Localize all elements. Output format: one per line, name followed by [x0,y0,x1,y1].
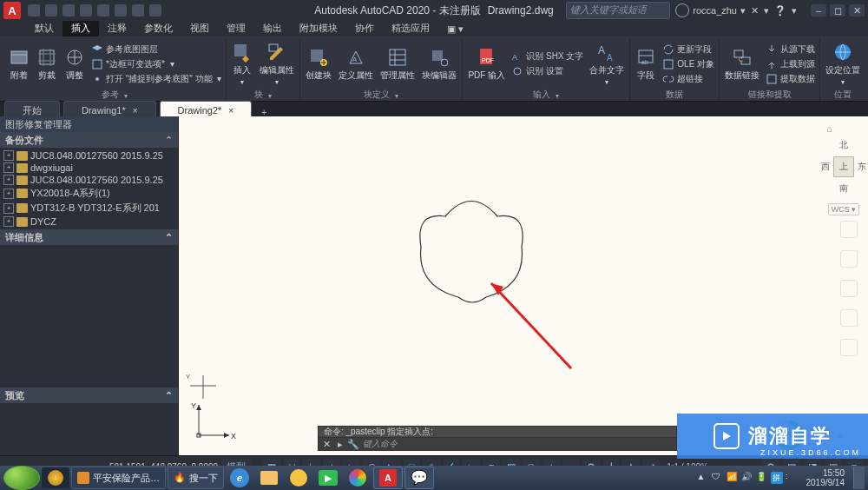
command-input[interactable]: 键入命令 [363,438,398,450]
zoom-extents-icon[interactable] [840,280,858,297]
define-attrib-button[interactable]: A定义属性 [336,45,376,83]
qat-saveas-icon[interactable] [80,4,92,17]
qat-new-icon[interactable] [28,4,40,17]
shx-recognize-button[interactable]: A识别 SHX 文字 [510,50,585,63]
help-search-input[interactable]: 键入关键字或短语 [566,2,670,19]
tray-ime-icon[interactable]: 拼 [771,472,783,484]
tab-featured[interactable]: 精选应用 [383,20,438,36]
tree-item[interactable]: +JUC8.048.00127560 2015.9.25 [0,174,178,186]
clock[interactable]: 15:50 2019/9/14 [806,468,845,487]
manage-attrib-button[interactable]: 管理属性 [378,45,418,83]
close-icon[interactable]: × [228,106,233,116]
tray-shield-icon[interactable]: 🛡 [712,472,724,484]
taskbar-autocad-icon[interactable]: A [373,467,403,489]
details-header[interactable]: 详细信息 [5,231,43,244]
tree-item[interactable]: +dwgxiugai [0,162,178,174]
taskbar-explorer-icon[interactable] [255,467,283,488]
show-motion-icon[interactable] [840,339,858,356]
block-editor-button[interactable]: 块编辑器 [419,45,459,83]
qat-undo-icon[interactable] [115,4,127,17]
drawing-canvas[interactable]: ⌂ 北 西 上 东 南 WCS ▾ X Y [179,116,868,455]
tab-parametric[interactable]: 参数化 [135,20,181,36]
tab-view[interactable]: 视图 [181,20,218,36]
pan-icon[interactable] [840,250,858,268]
user-name[interactable]: rocca_zhu [693,5,737,16]
start-button[interactable] [3,466,40,490]
taskbar-wechat-icon[interactable]: 💬 [404,467,434,489]
chevron-down-icon[interactable]: ▾ [764,5,769,17]
tray-ime-mode-icon[interactable]: ∶ [786,472,798,484]
preview-header[interactable]: 预览 [5,389,24,402]
help-icon[interactable]: ❔ [774,5,786,17]
taskbar-yellow-icon[interactable] [42,467,69,488]
tab-manage[interactable]: 管理 [218,20,254,36]
orbit-icon[interactable] [840,309,858,327]
taskbar-video-icon[interactable]: ▶ [314,467,342,488]
qat-save-icon[interactable] [62,4,75,17]
taskbar-qqmusic-icon[interactable] [285,467,312,488]
adjust-button[interactable]: 调整 [62,45,88,83]
qat-open-icon[interactable] [45,4,57,17]
steering-wheel-icon[interactable] [840,221,858,238]
tree-item[interactable]: +JUC8.048.00127560 2015.9.25 [0,149,178,162]
hyperlink-button[interactable]: 超链接 [661,72,716,86]
field-button[interactable]: ab字段 [633,45,659,83]
tab-collab[interactable]: 协作 [346,20,383,36]
close-commandline-icon[interactable]: ✕ [322,440,332,449]
command-config-icon[interactable]: 🔧 [348,440,358,449]
edit-attrib-button[interactable]: 编辑属性▾ [257,40,297,88]
tray-battery-icon[interactable]: 🔋 [756,472,768,484]
underlay-layers-button[interactable]: 参考底图图层 [89,43,223,56]
update-fields-button[interactable]: 更新字段 [661,43,716,56]
tree-item[interactable]: +DYCZ [0,215,178,228]
chevron-up-icon[interactable]: ⌃ [165,135,173,146]
tab-insert[interactable]: 插入 [62,20,99,36]
tray-up-icon[interactable]: ▲ [697,472,709,484]
autodesk-app-icon[interactable]: ✕ [751,5,759,17]
restore-button[interactable]: ◻ [830,4,845,17]
taskbar-ie-icon[interactable]: e [226,467,253,488]
show-desktop-button[interactable] [853,467,865,489]
insert-block-button[interactable]: 插入▾ [229,40,255,88]
close-button[interactable]: ✕ [849,4,865,17]
upload-to-source-button[interactable]: 上载到源 [764,57,817,71]
taskbar-browser-icon[interactable] [344,467,372,488]
snap-underlay-button[interactable]: 打开 "捕捉到参考底图" 功能 ▾ [89,72,223,86]
qat-redo-icon[interactable] [132,4,144,17]
qat-plot-icon[interactable] [97,4,109,17]
chevron-up-icon[interactable]: ⌃ [165,390,173,401]
chevron-up-icon[interactable]: ⌃ [165,232,173,243]
set-location-button[interactable]: 设定位置▾ [823,40,863,88]
attach-button[interactable]: 附着 [6,45,32,83]
data-link-button[interactable]: 数据链接 [722,45,762,83]
user-icon[interactable] [675,3,689,17]
tree-item[interactable]: +YX20018-A系列(1) [0,186,178,201]
minimize-button[interactable]: – [811,4,826,17]
tab-default[interactable]: 默认 [26,20,62,36]
ole-object-button[interactable]: OLE 对象 [661,57,716,71]
merge-text-button[interactable]: AA合并文字▾ [587,40,627,88]
recognize-settings-button[interactable]: 识别 设置 [510,64,585,78]
clip-button[interactable]: 剪裁 [34,45,60,83]
system-tray[interactable]: ▲ 🛡 📶 🔊 🔋 拼 ∶ [697,472,798,484]
create-block-button[interactable]: 创建块 [303,45,334,83]
frame-vary-button[interactable]: *边框可变选项* ▾ [89,57,223,71]
close-icon[interactable]: × [133,106,138,116]
extract-data-button[interactable]: 提取数据 [764,72,817,86]
backup-files-header[interactable]: 备份文件 [5,134,43,147]
download-from-source-button[interactable]: 从源下载 [764,43,817,56]
pdf-import-button[interactable]: PDFPDF 输入 [465,45,508,83]
chevron-down-icon[interactable]: ▾ [740,5,746,17]
wcs-dropdown[interactable]: WCS ▾ [828,203,860,215]
tray-network-icon[interactable]: 📶 [727,472,739,484]
tab-annotate[interactable]: 注释 [99,20,135,36]
tab-output[interactable]: 输出 [254,20,291,36]
qat-share-icon[interactable] [149,4,161,17]
taskbar-search-app[interactable]: 🔥搜一下 [168,467,224,489]
command-line[interactable]: 命令: _pasteclip 指定插入点: ✕ ▸ 🔧 键入命令 [318,426,677,448]
view-cube[interactable]: ⌂ 北 西 上 东 南 WCS ▾ [826,123,861,215]
tab-more[interactable]: ▣ ▾ [438,22,472,36]
tab-addins[interactable]: 附加模块 [291,20,346,36]
home-icon[interactable]: ⌂ [826,123,832,134]
command-options-icon[interactable]: ▸ [335,440,345,449]
